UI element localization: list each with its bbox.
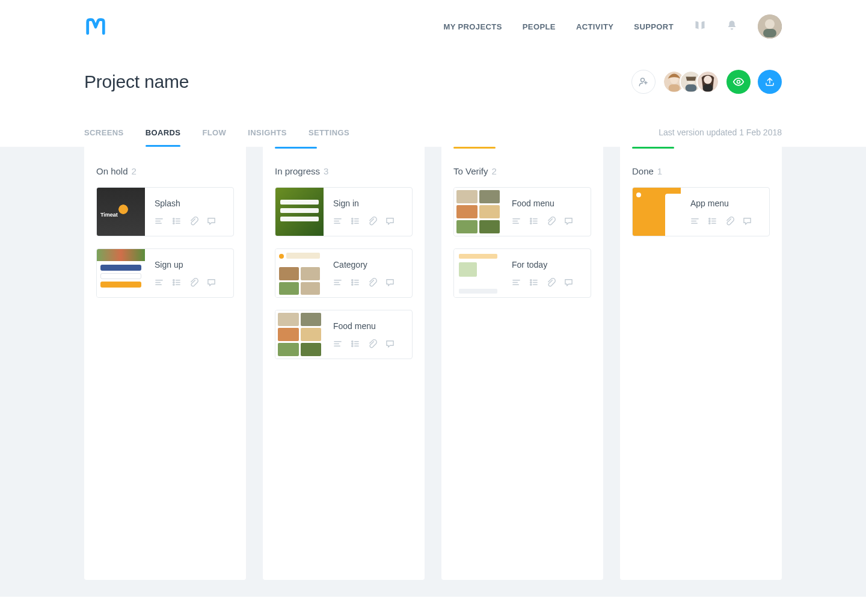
comment-icon (385, 217, 395, 226)
column-title: To Verify (453, 166, 488, 176)
card-title: For today (512, 260, 581, 270)
column-accent (453, 147, 496, 149)
column-to-verify: To Verify 2 Food menu For (441, 147, 603, 580)
svg-point-35 (530, 284, 532, 285)
user-avatar[interactable] (758, 14, 782, 38)
card-meta (512, 278, 581, 287)
column-count: 1 (657, 166, 662, 176)
top-nav: MY PROJECTS PEOPLE ACTIVITY SUPPORT (84, 0, 782, 53)
column-title: Done (632, 166, 654, 176)
tab-insights[interactable]: INSIGHTS (248, 128, 287, 147)
board-card[interactable]: Splash (96, 187, 234, 236)
description-icon (333, 217, 342, 226)
board-card[interactable]: Sign in (275, 187, 413, 236)
card-thumbnail (97, 249, 145, 297)
description-icon (512, 217, 521, 226)
attachment-icon (189, 217, 198, 226)
svg-point-17 (173, 223, 174, 224)
svg-point-36 (709, 218, 710, 219)
card-meta (333, 339, 402, 348)
share-button[interactable] (758, 70, 782, 94)
comment-icon (743, 217, 752, 226)
board-card[interactable]: App menu (632, 187, 770, 236)
nav-my-projects[interactable]: MY PROJECTS (443, 22, 502, 31)
column-accent (96, 147, 138, 149)
column-count: 2 (132, 166, 137, 176)
card-title: App menu (690, 199, 760, 208)
card-meta (333, 278, 402, 287)
nav-support[interactable]: SUPPORT (634, 22, 674, 31)
board-card[interactable]: Food menu (275, 310, 413, 359)
column-done: Done 1 App menu (620, 147, 782, 580)
nav-people[interactable]: PEOPLE (523, 22, 556, 31)
add-collaborator-button[interactable] (631, 70, 656, 94)
svg-point-29 (352, 345, 353, 346)
svg-rect-6 (669, 84, 680, 91)
description-icon (333, 339, 342, 348)
description-icon (155, 278, 164, 287)
attachment-icon (189, 278, 198, 287)
board-card[interactable]: Category (275, 248, 413, 298)
card-title: Sign in (333, 199, 402, 208)
comment-icon (564, 217, 573, 226)
column-accent (632, 147, 674, 149)
svg-rect-2 (763, 29, 776, 37)
description-icon (155, 217, 164, 226)
checklist-icon (351, 278, 360, 287)
card-title: Food menu (512, 199, 581, 208)
tab-settings[interactable]: SETTINGS (309, 128, 349, 147)
svg-point-32 (530, 223, 532, 224)
title-actions (631, 70, 782, 94)
card-meta (155, 278, 224, 287)
collaborator-avatars[interactable] (663, 70, 719, 93)
svg-point-15 (173, 218, 174, 219)
column-on-hold: On hold 2 Splash Sign up (84, 147, 246, 580)
checklist-icon (351, 217, 360, 226)
column-title: In progress (275, 166, 320, 176)
docs-icon[interactable] (694, 19, 706, 34)
card-meta (690, 217, 760, 226)
board-card[interactable]: Food menu (453, 187, 591, 236)
card-meta (333, 217, 402, 226)
card-meta (155, 217, 224, 226)
card-title: Sign up (155, 260, 224, 270)
comment-icon (385, 278, 395, 287)
kanban-board: On hold 2 Splash Sign up (84, 147, 782, 580)
attachment-icon (368, 217, 377, 226)
tab-boards[interactable]: BOARDS (146, 128, 181, 147)
description-icon (690, 217, 699, 226)
svg-rect-13 (703, 84, 713, 91)
svg-point-25 (352, 282, 353, 283)
description-icon (333, 278, 342, 287)
tab-screens[interactable]: SCREENS (84, 128, 124, 147)
checklist-icon (172, 278, 181, 287)
tab-flow[interactable]: FLOW (202, 128, 226, 147)
card-title: Category (333, 260, 402, 270)
svg-point-31 (530, 220, 532, 221)
column-title: On hold (96, 166, 128, 176)
comment-icon (385, 339, 395, 348)
board-card[interactable]: Sign up (96, 248, 234, 298)
svg-point-20 (173, 284, 174, 285)
bell-icon[interactable] (726, 19, 737, 34)
svg-point-14 (737, 81, 740, 84)
column-in-progress: In progress 3 Sign in Cat (263, 147, 425, 580)
svg-point-22 (352, 220, 353, 221)
svg-point-34 (530, 282, 532, 283)
app-logo[interactable] (84, 15, 107, 38)
card-title: Food menu (333, 321, 402, 331)
checklist-icon (172, 217, 181, 226)
comment-icon (564, 278, 573, 287)
nav-activity[interactable]: ACTIVITY (576, 22, 613, 31)
svg-point-28 (352, 343, 353, 344)
svg-point-23 (352, 223, 353, 224)
checklist-icon (529, 217, 538, 226)
svg-point-24 (352, 279, 353, 280)
preview-button[interactable] (726, 70, 751, 94)
card-thumbnail (454, 188, 502, 236)
board-card[interactable]: For today (453, 248, 591, 298)
attachment-icon (368, 339, 377, 348)
svg-point-12 (704, 76, 712, 84)
attachment-icon (725, 217, 734, 226)
comment-icon (207, 217, 216, 226)
